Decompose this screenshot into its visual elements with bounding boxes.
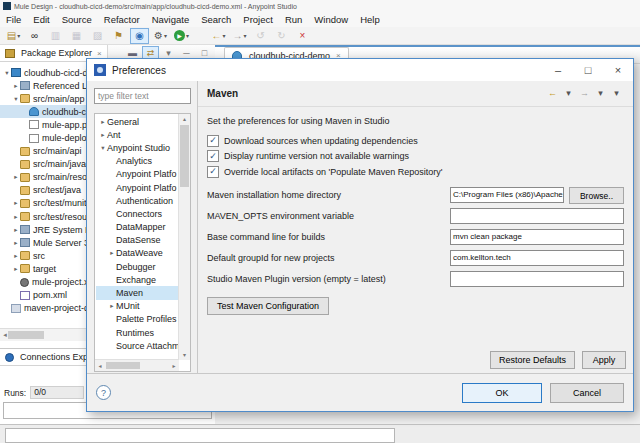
expander-icon[interactable]: ▸ — [12, 199, 20, 207]
apply-button[interactable]: Apply — [582, 351, 626, 369]
expander-icon[interactable]: ▸ — [99, 118, 107, 126]
close-button[interactable]: × — [603, 59, 633, 81]
expander-icon[interactable]: ▸ — [108, 249, 116, 257]
redo-icon[interactable]: ↻ — [272, 28, 291, 44]
back-icon[interactable]: ← — [545, 87, 560, 101]
run-icon[interactable]: ▶ ▾ — [172, 28, 191, 44]
tree-item-label: Palette Profiles — [116, 314, 177, 324]
horizontal-scrollbar[interactable]: ◂ ▸ — [95, 359, 179, 371]
debug-icon[interactable]: ⚙ ▾ — [151, 28, 170, 44]
checkbox[interactable]: ✓ — [207, 150, 219, 162]
menu-item[interactable]: Window — [308, 13, 354, 26]
preferences-tree-item[interactable]: Maven — [96, 286, 178, 299]
mule-icon[interactable]: ∞ — [25, 28, 44, 44]
preferences-tree-item[interactable]: ▸ Ant — [96, 128, 178, 141]
expander-icon[interactable]: ▸ — [12, 239, 20, 247]
back-icon[interactable]: ← ▾ — [209, 28, 228, 44]
browse-button[interactable]: Browse.. — [569, 187, 624, 204]
dropdown-caret-icon[interactable]: ▾ — [186, 32, 189, 39]
expander-icon[interactable]: ▾ — [12, 95, 20, 103]
test-maven-configuration-button[interactable]: Test Maven Configuration — [207, 297, 329, 315]
text-input[interactable]: com.kellton.tech — [450, 250, 624, 266]
maximize-button[interactable]: □ — [573, 59, 603, 81]
external-tools-icon[interactable]: ◉ — [130, 28, 149, 44]
expander-icon[interactable]: ▸ — [12, 82, 20, 90]
menu-item[interactable]: Project — [237, 13, 279, 26]
preferences-tree-item[interactable]: ▸ General — [96, 115, 178, 128]
dropdown-caret-icon[interactable]: ▾ — [164, 32, 167, 39]
expander-icon[interactable]: ▸ — [12, 226, 20, 234]
checkbox[interactable]: ✓ — [207, 166, 219, 178]
expander-icon[interactable]: ▸ — [12, 265, 20, 273]
scroll-left-icon[interactable]: ◂ — [95, 362, 105, 369]
minimize-button[interactable]: – — [543, 59, 573, 81]
terminate-icon[interactable]: × — [293, 28, 312, 44]
preferences-tree-item[interactable]: ▸ MUnit — [96, 300, 178, 313]
expander-icon[interactable]: ▸ — [12, 213, 20, 221]
save-icon[interactable]: ▥ — [46, 28, 65, 44]
filter-input[interactable]: type filter text — [94, 88, 191, 104]
flag-icon[interactable]: ⚑ — [109, 28, 128, 44]
vertical-scrollbar[interactable]: ▴ ▾ — [178, 114, 190, 360]
preferences-tree-item[interactable]: Exchange — [96, 273, 178, 286]
save-all-icon[interactable]: ▦ — [67, 28, 86, 44]
preferences-tree-item[interactable]: Source Attachm — [96, 339, 178, 352]
print-icon[interactable]: ▨ — [88, 28, 107, 44]
text-input[interactable]: mvn clean package — [450, 229, 624, 245]
menu-item[interactable]: Search — [195, 13, 237, 26]
dialog-footer: ? OK Cancel — [87, 373, 633, 411]
expander-icon[interactable]: ▸ — [12, 173, 20, 181]
menu-item[interactable]: File — [0, 13, 27, 26]
expander-icon[interactable]: ▸ — [12, 252, 20, 260]
bottom-text-field[interactable] — [5, 428, 395, 443]
forward-icon[interactable]: → — [577, 87, 592, 101]
preferences-tree-item[interactable]: Runtimes — [96, 326, 178, 339]
dropdown-caret-icon[interactable]: ▾ — [244, 32, 247, 39]
expander-icon[interactable]: ▸ — [99, 131, 107, 139]
preferences-tree-item[interactable]: Analytics — [96, 155, 178, 168]
preferences-tree-item[interactable]: Debugger — [96, 260, 178, 273]
preferences-tree-item[interactable]: Anypoint Platfo — [96, 181, 178, 194]
help-button[interactable]: ? — [96, 385, 111, 400]
menu-item[interactable]: Run — [279, 13, 308, 26]
expander-icon[interactable]: ▸ — [108, 302, 116, 310]
preferences-tree-item[interactable]: ▸ DataWeave — [96, 247, 178, 260]
text-input[interactable] — [450, 271, 624, 287]
page-menu-icon[interactable]: ▾ — [609, 87, 624, 101]
forward-menu-icon[interactable]: ▾ — [593, 87, 608, 101]
dropdown-caret-icon[interactable]: ▾ — [223, 32, 226, 39]
expander-icon[interactable]: ▾ — [99, 144, 107, 152]
text-input[interactable] — [450, 208, 624, 224]
new-wizard-icon[interactable]: ▤ ▾ — [4, 28, 23, 44]
preferences-tree-item[interactable]: Connectors — [96, 207, 178, 220]
checkbox[interactable]: ✓ — [207, 135, 219, 147]
dropdown-caret-icon[interactable]: ▾ — [17, 32, 20, 39]
scrollbar-thumb[interactable] — [106, 362, 140, 369]
back-menu-icon[interactable]: ▾ — [561, 87, 576, 101]
preferences-tree-item[interactable]: ▾ Anypoint Studio — [96, 141, 178, 154]
scroll-right-icon[interactable]: ▸ — [169, 362, 179, 369]
menu-item[interactable]: Refactor — [98, 13, 146, 26]
close-icon[interactable]: × — [97, 49, 102, 58]
menu-item[interactable]: Edit — [27, 13, 55, 26]
scrollbar-thumb[interactable] — [8, 331, 44, 339]
ok-button[interactable]: OK — [462, 383, 542, 403]
menu-item[interactable]: Help — [354, 13, 386, 26]
preferences-tree-item[interactable]: DataSense — [96, 234, 178, 247]
menu-item[interactable]: Source — [56, 13, 98, 26]
preferences-tree-item[interactable]: Anypoint Platfo — [96, 168, 178, 181]
cancel-button[interactable]: Cancel — [550, 383, 624, 403]
preferences-tree-item[interactable]: Authentication — [96, 194, 178, 207]
restore-defaults-button[interactable]: Restore Defaults — [490, 351, 575, 369]
text-input[interactable]: C:\Program Files (x86)\Apache Software F… — [450, 187, 564, 203]
scroll-down-icon[interactable]: ▾ — [179, 350, 190, 360]
dialog-body: type filter text ▸ General ▸ Ant ▾ Anypo… — [87, 81, 633, 374]
forward-icon[interactable]: → ▾ — [230, 28, 249, 44]
scroll-up-icon[interactable]: ▴ — [179, 114, 190, 124]
undo-icon[interactable]: ↺ — [251, 28, 270, 44]
scrollbar-thumb[interactable] — [180, 125, 189, 187]
expander-icon[interactable]: ▾ — [3, 69, 11, 77]
preferences-tree-item[interactable]: DataMapper — [96, 221, 178, 234]
menu-item[interactable]: Navigate — [146, 13, 196, 26]
preferences-tree-item[interactable]: Palette Profiles — [96, 313, 178, 326]
